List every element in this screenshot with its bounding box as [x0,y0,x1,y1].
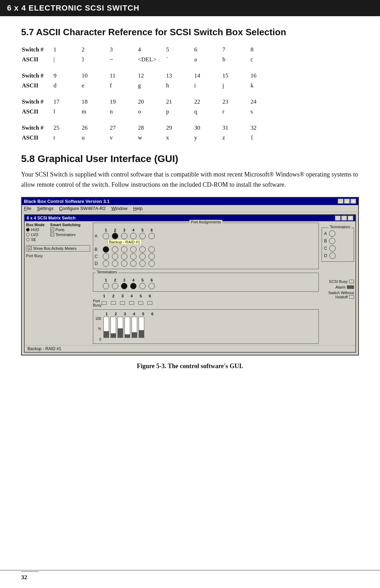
smart-ports-checkbox[interactable]: ✓ [50,228,54,231]
section-58-title: 5.8 Graphical User Interface (GUI) [21,153,359,165]
se-radio-row[interactable]: SE [26,237,45,242]
term-a-circle[interactable] [329,230,335,237]
term-b2[interactable] [112,283,118,289]
term-right-d[interactable]: D [324,253,352,259]
close-button[interactable]: ✕ [350,199,356,204]
port-d6[interactable] [148,260,155,267]
term-b5[interactable] [139,283,146,289]
port-a6[interactable] [148,233,155,239]
port-b1[interactable] [103,246,109,253]
port-b3[interactable] [121,246,127,253]
port-a2[interactable] [112,233,118,239]
term-right-a[interactable]: A [324,230,352,237]
show-bus-row[interactable]: ✓ Show Bus Activity Meters [26,245,90,252]
hvd-radio-filled [26,228,30,231]
ascii-1-1: | [53,55,81,64]
term-b4[interactable] [130,283,137,289]
term-b1[interactable] [103,283,109,289]
port-c1[interactable] [103,253,109,260]
inner-close-button[interactable]: ✕ [348,216,353,221]
port-num-4: 4 [129,228,138,232]
ascii-1-3: ~ [109,55,137,64]
port-d1[interactable] [103,260,109,267]
port-assignments-box: Port Assignments 1 2 3 4 5 6 [93,223,319,269]
meter-5 [132,317,137,338]
meters-y-axis: 100 % 0 [95,317,102,341]
lvd-radio-row[interactable]: LVD [26,233,45,237]
port-c6[interactable] [148,253,155,260]
port-a4[interactable] [130,233,137,239]
show-bus-label: Show Bus Activity Meters [33,246,77,250]
menu-file[interactable]: File [24,206,31,211]
smart-ports-row[interactable]: ✓ Ports [50,228,81,232]
alarm-label: Alarm [335,285,346,289]
lvd-radio-empty [26,233,30,236]
show-bus-checkbox[interactable]: ✓ [28,246,32,250]
smart-term-checkbox[interactable]: ✓ [50,233,54,236]
gui-inner-title-buttons[interactable]: _ □ ✕ [335,216,353,221]
port-b4[interactable] [130,246,137,253]
gui-outer-title-buttons[interactable]: _ □ ✕ [338,199,356,204]
port-c2[interactable] [112,253,118,260]
meter-2-fill [111,333,116,338]
restore-button[interactable]: □ [344,199,350,204]
inner-restore-button[interactable]: □ [341,216,347,221]
menu-window[interactable]: Window [111,206,127,211]
holdoff-checkbox[interactable] [349,295,354,299]
port-tooltip: Backup - RAID #1 [107,239,142,245]
gui-inner-window: 6 x 4 SCSI Matrix Switch _ □ ✕ [24,214,356,353]
gui-statusbar: Backup - RAID #1 [25,345,355,352]
port-busy-header: 1 2 3 4 5 6 [93,294,319,298]
ascii-label-1: ASCII [21,55,53,64]
statusbar-text: Backup - RAID #1 [27,346,61,351]
port-c3[interactable] [121,253,127,260]
menu-settings[interactable]: Settings [37,206,53,211]
term-bottom-row [95,283,317,289]
term-right-b[interactable]: B [324,238,352,244]
term-b3[interactable] [121,283,127,289]
ascii-label-2: ASCII [21,81,53,91]
port-d4[interactable] [130,260,137,267]
port-a5[interactable] [139,233,146,239]
port-b2[interactable] [112,246,118,253]
port-a1[interactable] [103,233,109,239]
smart-ports-label: Ports [56,228,65,232]
term-d-circle[interactable] [329,253,336,259]
switch-without-holdoff-label: Switch Without [322,291,354,295]
minimize-button[interactable]: _ [338,199,343,204]
gui-menubar[interactable]: File Settings Configure SW487A-R2 Window… [22,205,358,212]
gui-columns: Bus Mode HVD LVD [25,221,355,345]
menu-help[interactable]: Help [133,206,142,211]
ascii-row-group-4: Switch # 25 26 27 28 29 30 31 32 ASCII t… [21,123,359,143]
inner-minimize-button[interactable]: _ [335,216,341,221]
port-a3[interactable] [121,233,127,239]
port-busy-indicators: Port Busy [93,299,319,307]
port-d2[interactable] [112,260,118,267]
hvd-label: HVD [31,228,39,232]
port-b5[interactable] [139,246,146,253]
bottom-line [0,570,380,570]
ascii-1-4: <DEL> [137,55,165,64]
smart-term-row[interactable]: ✓ Terminators [50,233,81,237]
switch-holdoff-section: Switch Without Holdoff [322,291,354,299]
port-row-d-label: D [95,261,101,266]
hvd-radio-row[interactable]: HVD [26,228,45,232]
term-b6[interactable] [148,283,155,289]
menu-configure[interactable]: Configure SW487A-R2 [59,206,106,211]
port-row-a-label: A [95,234,101,239]
port-d3[interactable] [121,260,127,267]
se-radio-empty [26,238,30,241]
port-row-c-label: C [95,254,101,259]
port-b6[interactable] [148,246,155,253]
port-c5[interactable] [139,253,146,260]
port-d5[interactable] [139,260,146,267]
term-b-circle[interactable] [329,238,335,244]
term-c-circle[interactable] [329,245,336,252]
holdoff-row[interactable]: Holdoff [322,295,354,299]
port-c4[interactable] [130,253,137,260]
sw-1-8: 8 [250,45,278,55]
page-header: 6 x 4 ELECTRONIC SCSI SWITCH [0,0,380,16]
section-58-paragraph: Your SCSI Switch is supplied with contro… [21,169,359,190]
term-right-c[interactable]: C [324,245,352,252]
sw-1-5: 5 [165,45,194,55]
